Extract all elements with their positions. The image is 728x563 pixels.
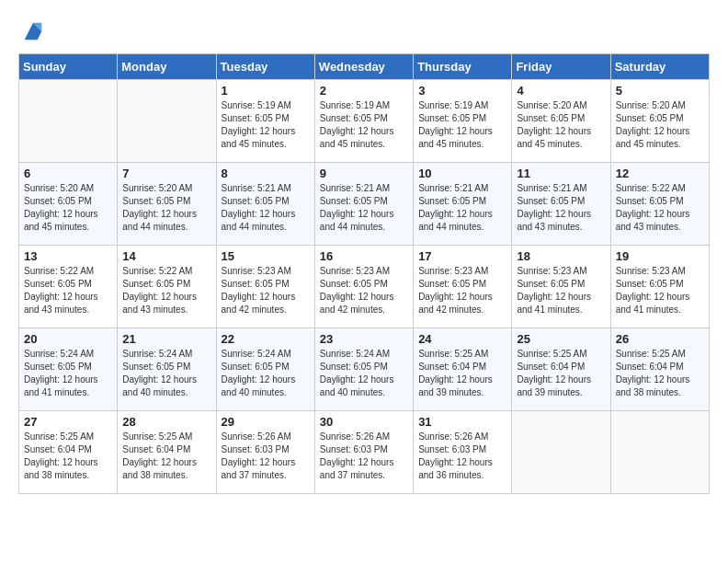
cell-detail: Sunrise: 5:24 AM Sunset: 6:05 PM Dayligh…: [122, 348, 210, 399]
calendar-cell: 31Sunrise: 5:26 AM Sunset: 6:03 PM Dayli…: [414, 411, 512, 494]
cell-detail: Sunrise: 5:25 AM Sunset: 6:04 PM Dayligh…: [418, 348, 506, 399]
cell-detail: Sunrise: 5:21 AM Sunset: 6:05 PM Dayligh…: [517, 182, 605, 234]
calendar-cell: [118, 80, 216, 163]
calendar-cell: 16Sunrise: 5:23 AM Sunset: 6:05 PM Dayli…: [314, 246, 413, 328]
day-number: 13: [24, 249, 112, 263]
day-number: 4: [517, 84, 605, 98]
calendar-cell: 20Sunrise: 5:24 AM Sunset: 6:05 PM Dayli…: [19, 328, 118, 411]
day-number: 1: [222, 84, 310, 98]
calendar-cell: 5Sunrise: 5:20 AM Sunset: 6:05 PM Daylig…: [610, 80, 709, 163]
weekday-header-saturday: Saturday: [610, 54, 709, 80]
calendar-cell: 24Sunrise: 5:25 AM Sunset: 6:04 PM Dayli…: [414, 328, 512, 411]
day-number: 17: [418, 249, 506, 263]
weekday-header-friday: Friday: [512, 54, 610, 80]
calendar-cell: 23Sunrise: 5:24 AM Sunset: 6:05 PM Dayli…: [314, 328, 413, 411]
day-number: 18: [517, 249, 605, 263]
calendar-cell: [19, 80, 118, 163]
page-header: [18, 18, 710, 44]
cell-detail: Sunrise: 5:25 AM Sunset: 6:04 PM Dayligh…: [24, 431, 112, 482]
cell-detail: Sunrise: 5:23 AM Sunset: 6:05 PM Dayligh…: [320, 265, 408, 316]
day-number: 23: [320, 332, 408, 346]
calendar-cell: 2Sunrise: 5:19 AM Sunset: 6:05 PM Daylig…: [314, 80, 413, 163]
cell-detail: Sunrise: 5:20 AM Sunset: 6:05 PM Dayligh…: [616, 99, 704, 151]
day-number: 10: [418, 167, 506, 180]
cell-detail: Sunrise: 5:26 AM Sunset: 6:03 PM Dayligh…: [222, 431, 310, 482]
day-number: 24: [418, 332, 506, 346]
calendar-cell: 10Sunrise: 5:21 AM Sunset: 6:05 PM Dayli…: [414, 163, 512, 246]
cell-detail: Sunrise: 5:19 AM Sunset: 6:05 PM Dayligh…: [418, 99, 506, 151]
cell-detail: Sunrise: 5:22 AM Sunset: 6:05 PM Dayligh…: [24, 265, 112, 316]
calendar-cell: 1Sunrise: 5:19 AM Sunset: 6:05 PM Daylig…: [216, 80, 314, 163]
weekday-header-wednesday: Wednesday: [314, 54, 413, 80]
logo-icon: [20, 18, 46, 44]
calendar-week-row: 13Sunrise: 5:22 AM Sunset: 6:05 PM Dayli…: [19, 246, 710, 328]
calendar-cell: 17Sunrise: 5:23 AM Sunset: 6:05 PM Dayli…: [414, 246, 512, 328]
cell-detail: Sunrise: 5:23 AM Sunset: 6:05 PM Dayligh…: [222, 265, 310, 316]
cell-detail: Sunrise: 5:26 AM Sunset: 6:03 PM Dayligh…: [320, 431, 408, 482]
cell-detail: Sunrise: 5:19 AM Sunset: 6:05 PM Dayligh…: [222, 99, 310, 151]
day-number: 28: [122, 415, 210, 429]
day-number: 20: [24, 332, 112, 346]
calendar-cell: 27Sunrise: 5:25 AM Sunset: 6:04 PM Dayli…: [19, 411, 118, 494]
day-number: 16: [320, 249, 408, 263]
calendar-cell: 7Sunrise: 5:20 AM Sunset: 6:05 PM Daylig…: [118, 163, 216, 246]
calendar-cell: [610, 411, 709, 494]
calendar-cell: 13Sunrise: 5:22 AM Sunset: 6:05 PM Dayli…: [19, 246, 118, 328]
calendar-week-row: 27Sunrise: 5:25 AM Sunset: 6:04 PM Dayli…: [19, 411, 710, 494]
day-number: 14: [122, 249, 210, 263]
day-number: 2: [320, 84, 408, 98]
day-number: 19: [616, 249, 704, 263]
cell-detail: Sunrise: 5:24 AM Sunset: 6:05 PM Dayligh…: [24, 348, 112, 399]
day-number: 22: [222, 332, 310, 346]
cell-detail: Sunrise: 5:24 AM Sunset: 6:05 PM Dayligh…: [320, 348, 408, 399]
day-number: 25: [517, 332, 605, 346]
day-number: 15: [222, 249, 310, 263]
calendar-cell: [512, 411, 610, 494]
weekday-header-sunday: Sunday: [19, 54, 118, 80]
day-number: 12: [616, 167, 704, 180]
calendar-week-row: 20Sunrise: 5:24 AM Sunset: 6:05 PM Dayli…: [19, 328, 710, 411]
day-number: 7: [122, 167, 210, 180]
logo: [18, 18, 46, 44]
day-number: 21: [122, 332, 210, 346]
cell-detail: Sunrise: 5:19 AM Sunset: 6:05 PM Dayligh…: [320, 99, 408, 151]
calendar-cell: 4Sunrise: 5:20 AM Sunset: 6:05 PM Daylig…: [512, 80, 610, 163]
cell-detail: Sunrise: 5:24 AM Sunset: 6:05 PM Dayligh…: [222, 348, 310, 399]
calendar-cell: 15Sunrise: 5:23 AM Sunset: 6:05 PM Dayli…: [216, 246, 314, 328]
calendar-table: SundayMondayTuesdayWednesdayThursdayFrid…: [18, 53, 710, 494]
weekday-header-tuesday: Tuesday: [216, 54, 314, 80]
calendar-cell: 19Sunrise: 5:23 AM Sunset: 6:05 PM Dayli…: [610, 246, 709, 328]
calendar-week-row: 1Sunrise: 5:19 AM Sunset: 6:05 PM Daylig…: [19, 80, 710, 163]
weekday-header-monday: Monday: [118, 54, 216, 80]
day-number: 26: [616, 332, 704, 346]
calendar-cell: 6Sunrise: 5:20 AM Sunset: 6:05 PM Daylig…: [19, 163, 118, 246]
calendar-cell: 12Sunrise: 5:22 AM Sunset: 6:05 PM Dayli…: [610, 163, 709, 246]
cell-detail: Sunrise: 5:21 AM Sunset: 6:05 PM Dayligh…: [320, 182, 408, 234]
day-number: 6: [24, 167, 112, 180]
cell-detail: Sunrise: 5:20 AM Sunset: 6:05 PM Dayligh…: [517, 99, 605, 151]
calendar-cell: 28Sunrise: 5:25 AM Sunset: 6:04 PM Dayli…: [118, 411, 216, 494]
day-number: 9: [320, 167, 408, 180]
day-number: 3: [418, 84, 506, 98]
day-number: 29: [222, 415, 310, 429]
calendar-week-row: 6Sunrise: 5:20 AM Sunset: 6:05 PM Daylig…: [19, 163, 710, 246]
cell-detail: Sunrise: 5:22 AM Sunset: 6:05 PM Dayligh…: [616, 182, 704, 234]
calendar-cell: 8Sunrise: 5:21 AM Sunset: 6:05 PM Daylig…: [216, 163, 314, 246]
day-number: 11: [517, 167, 605, 180]
calendar-cell: 30Sunrise: 5:26 AM Sunset: 6:03 PM Dayli…: [314, 411, 413, 494]
cell-detail: Sunrise: 5:21 AM Sunset: 6:05 PM Dayligh…: [418, 182, 506, 234]
calendar-cell: 22Sunrise: 5:24 AM Sunset: 6:05 PM Dayli…: [216, 328, 314, 411]
day-number: 8: [222, 167, 310, 180]
calendar-cell: 9Sunrise: 5:21 AM Sunset: 6:05 PM Daylig…: [314, 163, 413, 246]
calendar-cell: 18Sunrise: 5:23 AM Sunset: 6:05 PM Dayli…: [512, 246, 610, 328]
cell-detail: Sunrise: 5:23 AM Sunset: 6:05 PM Dayligh…: [418, 265, 506, 316]
cell-detail: Sunrise: 5:26 AM Sunset: 6:03 PM Dayligh…: [418, 431, 506, 482]
cell-detail: Sunrise: 5:21 AM Sunset: 6:05 PM Dayligh…: [222, 182, 310, 234]
calendar-cell: 25Sunrise: 5:25 AM Sunset: 6:04 PM Dayli…: [512, 328, 610, 411]
day-number: 5: [616, 84, 704, 98]
calendar-cell: 3Sunrise: 5:19 AM Sunset: 6:05 PM Daylig…: [414, 80, 512, 163]
calendar-header-row: SundayMondayTuesdayWednesdayThursdayFrid…: [19, 54, 710, 80]
day-number: 31: [418, 415, 506, 429]
calendar-cell: 21Sunrise: 5:24 AM Sunset: 6:05 PM Dayli…: [118, 328, 216, 411]
cell-detail: Sunrise: 5:25 AM Sunset: 6:04 PM Dayligh…: [517, 348, 605, 399]
